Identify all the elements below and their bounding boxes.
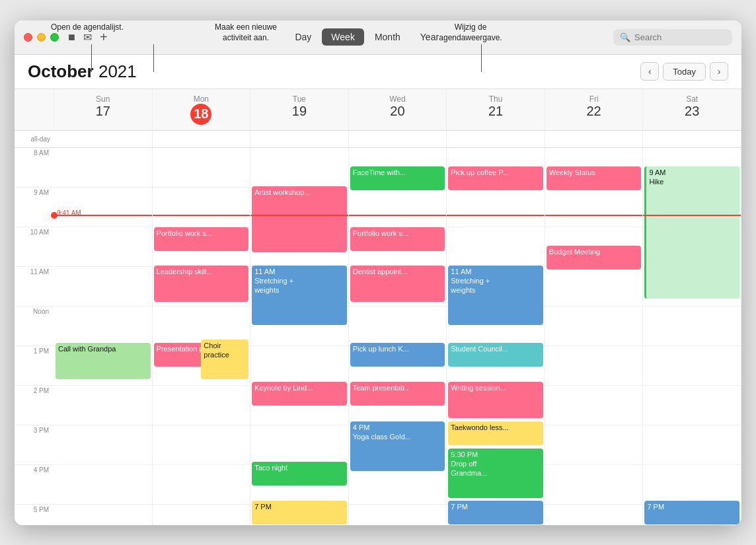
minimize-button[interactable]	[37, 33, 46, 42]
today-badge: 18	[190, 104, 211, 125]
all-day-mon	[153, 131, 251, 147]
current-time-line-mon	[153, 215, 250, 216]
tab-year[interactable]: Year	[411, 28, 448, 46]
titlebar: ■ ✉ + Day Week Month Year 🔍	[15, 20, 741, 55]
event-stretching-tue[interactable]: 11 AMStretching +weights	[252, 266, 347, 325]
add-event-icon[interactable]: +	[100, 30, 108, 45]
all-day-row: all-day	[15, 131, 741, 148]
current-time-line-tue	[250, 215, 348, 216]
day-header-tue: Tue 19	[250, 89, 349, 130]
time-scroll[interactable]: 8 AM 9 AM 10 AM 11 AM Noon 1 PM 2 PM 3 P…	[15, 148, 741, 525]
calendar-window: Open de agendalijst. Maak een nieuwe act…	[15, 20, 741, 525]
event-artist-workshop[interactable]: Artist workshop...	[252, 186, 347, 252]
time-9am: 9 AM	[15, 188, 54, 227]
day-col-thu: Pick up coffee P... 11 AMStretching +wei…	[447, 148, 545, 525]
event-7pm-sat[interactable]: 7 PM	[644, 501, 739, 525]
search-icon: 🔍	[620, 32, 630, 42]
all-day-label: all-day	[15, 131, 54, 147]
time-labels: 8 AM 9 AM 10 AM 11 AM Noon 1 PM 2 PM 3 P…	[15, 148, 54, 525]
event-taekwondo[interactable]: Taekwondo less...	[448, 421, 543, 445]
all-day-sat	[643, 131, 741, 147]
event-keynote[interactable]: Keynote by Lind...	[252, 382, 347, 406]
event-choir[interactable]: Choir practice	[201, 340, 248, 379]
nav-tabs: Day Week Month Year	[121, 28, 613, 46]
all-day-thu	[447, 131, 545, 147]
tab-week[interactable]: Week	[322, 28, 364, 46]
event-taco-night[interactable]: Taco night	[252, 462, 347, 486]
current-time-label: 9:41 AM	[57, 209, 81, 217]
today-button[interactable]: Today	[663, 63, 706, 81]
day-header-wed: Wed 20	[349, 89, 447, 130]
time-1pm: 1 PM	[15, 346, 54, 386]
day-col-wed: FaceTime with... Portfolio work s... Den…	[349, 148, 447, 525]
event-leadership[interactable]: Leadership skill...	[154, 266, 249, 302]
event-budget-meeting[interactable]: Budget Meeting	[547, 246, 642, 270]
event-portfolio-mon[interactable]: Portfolio work s...	[154, 227, 249, 251]
inbox-icon[interactable]: ✉	[83, 31, 92, 44]
day-header-sat: Sat 23	[643, 89, 741, 130]
maximize-button[interactable]	[50, 33, 59, 42]
calendar-list-icon[interactable]: ■	[68, 30, 75, 44]
event-facetime[interactable]: FaceTime with...	[350, 166, 445, 190]
toolbar-icons: ■ ✉ +	[68, 30, 108, 45]
subheader: October 2021 ‹ Today ›	[15, 55, 741, 89]
tab-month[interactable]: Month	[365, 28, 410, 46]
calendar-grid: Sun 17 Mon 18 Tue 19 Wed 20 Thu 21 Fri 2…	[15, 89, 741, 525]
current-time-line-thu	[447, 215, 545, 216]
event-yoga[interactable]: 4 PMYoga class Gold...	[350, 421, 445, 471]
nav-controls: ‹ Today ›	[640, 62, 728, 81]
traffic-lights	[24, 33, 59, 42]
all-day-fri	[545, 131, 644, 147]
current-time-line-wed	[349, 215, 447, 216]
day-header-sun: Sun 17	[54, 89, 153, 130]
all-day-sun	[54, 131, 153, 147]
current-time-line-fri	[545, 215, 643, 216]
prev-arrow[interactable]: ‹	[640, 62, 659, 81]
corner-cell	[15, 89, 54, 130]
day-header-mon: Mon 18	[153, 89, 251, 130]
all-day-tue	[250, 131, 349, 147]
month-title: October 2021	[28, 61, 640, 82]
time-11am: 11 AM	[15, 267, 54, 307]
day-header-thu: Thu 21	[447, 89, 545, 130]
day-header-fri: Fri 22	[545, 89, 644, 130]
day-col-sun: 9:41 AM Call with Grandpa	[54, 148, 153, 525]
time-5pm: 5 PM	[15, 505, 54, 525]
next-arrow[interactable]: ›	[710, 62, 728, 81]
event-7pm-tue[interactable]: 7 PM	[252, 501, 347, 525]
time-3pm: 3 PM	[15, 425, 54, 465]
close-button[interactable]	[24, 33, 32, 42]
event-team-presentation[interactable]: Team presentati...	[350, 382, 445, 406]
event-dentist[interactable]: Dentist appoint...	[350, 266, 445, 302]
day-col-sat: 9 AMHike 7 PM	[643, 148, 741, 525]
search-input[interactable]	[634, 32, 720, 42]
event-pickup-coffee[interactable]: Pick up coffee P...	[448, 166, 543, 190]
search-box: 🔍	[613, 29, 732, 46]
time-4pm: 4 PM	[15, 465, 54, 505]
all-day-wed	[349, 131, 447, 147]
time-noon: Noon	[15, 307, 54, 346]
event-student-council[interactable]: Student Council...	[448, 343, 543, 367]
event-stretching-thu[interactable]: 11 AMStretching +weights	[448, 266, 543, 325]
event-pickup-lunch[interactable]: Pick up lunch K...	[350, 343, 445, 367]
time-2pm: 2 PM	[15, 386, 54, 425]
event-hike[interactable]: 9 AMHike	[644, 166, 739, 299]
event-dropoff-grandma[interactable]: 5:30 PMDrop offGrandma...	[448, 449, 543, 498]
time-10am: 10 AM	[15, 227, 54, 267]
day-headers: Sun 17 Mon 18 Tue 19 Wed 20 Thu 21 Fri 2…	[15, 89, 741, 131]
event-writing-session[interactable]: Writing session...	[448, 382, 543, 418]
day-col-mon: Portfolio work s... Leadership skill... …	[153, 148, 251, 525]
event-portfolio-wed[interactable]: Portfolio work s...	[350, 227, 445, 251]
event-7pm-thu[interactable]: 7 PM	[448, 501, 543, 525]
day-col-tue: Artist workshop... 11 AMStretching +weig…	[250, 148, 349, 525]
event-call-grandpa[interactable]: Call with Grandpa	[56, 343, 151, 379]
time-8am: 8 AM	[15, 148, 54, 188]
event-weekly-status[interactable]: Weekly Status	[547, 166, 642, 190]
current-time-line: 9:41 AM	[54, 215, 152, 216]
tab-day[interactable]: Day	[285, 28, 321, 46]
current-time-line-sat	[643, 215, 741, 216]
time-grid: 8 AM 9 AM 10 AM 11 AM Noon 1 PM 2 PM 3 P…	[15, 148, 741, 525]
day-col-fri: Weekly Status Budget Meeting	[545, 148, 644, 525]
